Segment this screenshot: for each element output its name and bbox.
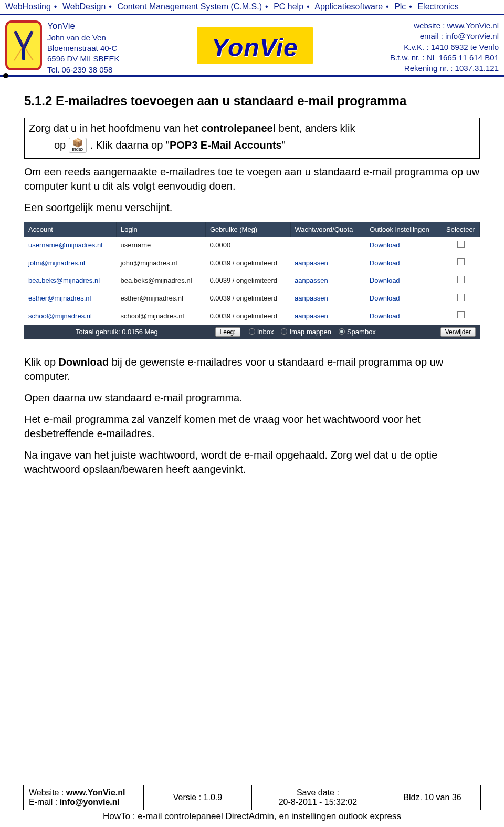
- company-name: YonVie: [47, 20, 120, 33]
- total-usage: Totaal gebruik: 0.0156 Meg: [28, 327, 158, 337]
- nav-item[interactable]: WebDesign: [62, 2, 106, 11]
- cell-checkbox[interactable]: [442, 272, 480, 290]
- paragraph: Het e-mail programma zal vanzelf komen m…: [24, 412, 480, 441]
- index-button-label: Index: [72, 147, 83, 152]
- bullet-icon: [3, 73, 8, 78]
- cell-usage: 0.0039 / ongelimiteerd: [205, 254, 290, 272]
- footer-page: Bldz. 10 van 36: [384, 785, 480, 810]
- label: E-mail :: [29, 798, 60, 807]
- col-password-quota[interactable]: Wachtwoord/Quota: [290, 222, 365, 237]
- email-accounts-table: Account Login Gebruike (Meg) Wachtwoord/…: [24, 222, 480, 325]
- nav-item[interactable]: WebHosting: [5, 2, 51, 11]
- col-usage[interactable]: Gebruike (Meg): [205, 222, 290, 237]
- cell-login: esther@mijnadres.nl: [117, 290, 206, 307]
- footer-email: info@yonvie.nl: [60, 798, 120, 807]
- email-accounts-panel: Account Login Gebruike (Meg) Wachtwoord/…: [24, 222, 480, 339]
- cell-account[interactable]: john@mijnadres.nl: [24, 254, 117, 272]
- page-number: Bldz. 10 van 36: [403, 793, 461, 802]
- instr-bold: POP3 E-Mail Accounts: [170, 139, 282, 151]
- nav-item[interactable]: Applicatiesoftware: [314, 2, 383, 11]
- cell-password[interactable]: [290, 237, 365, 254]
- logo-badge-icon: [5, 20, 42, 70]
- col-login[interactable]: Login: [117, 222, 206, 237]
- instruction-box: Zorg dat u in het hoofdmenu van het cont…: [24, 118, 480, 159]
- cube-icon: 📦: [72, 139, 83, 147]
- cell-login: username: [117, 237, 206, 254]
- table-footer: Totaal gebruik: 0.0156 Meg Leeg: InboxIm…: [24, 325, 480, 339]
- contact-block: website : www.YonVie.nl email : info@Yon…: [390, 20, 499, 74]
- footer-howto: HowTo : e-mail controlepaneel DirectAdmi…: [23, 810, 481, 822]
- cell-download[interactable]: Download: [365, 307, 442, 325]
- checkbox-icon[interactable]: [457, 311, 465, 318]
- top-nav: WebHosting• WebDesign• Content Managemen…: [0, 0, 504, 15]
- paragraph: Na ingave van het juiste wachtwoord, wor…: [24, 448, 480, 477]
- cell-download[interactable]: Download: [365, 237, 442, 254]
- cell-login: bea.beks@mijnadres.nl: [117, 272, 206, 290]
- instr-text: bent, anders klik: [276, 122, 355, 134]
- cell-login: john@mijnadres.nl: [117, 254, 206, 272]
- nav-item[interactable]: PC help: [274, 2, 303, 11]
- paragraph: Klik op Download bij de gewenste e-maila…: [24, 355, 480, 384]
- label: Versie :: [173, 793, 204, 802]
- cell-usage: 0.0039 / ongelimiteerd: [205, 272, 290, 290]
- cell-usage: 0.0000: [205, 237, 290, 254]
- cell-download[interactable]: Download: [365, 290, 442, 307]
- nav-item[interactable]: Electronics: [417, 2, 458, 11]
- cell-usage: 0.0039 / ongelimiteerd: [205, 290, 290, 307]
- page-header: YonVie John van de Ven Bloemenstraat 40-…: [0, 15, 504, 77]
- radio-icon: [249, 328, 255, 335]
- cell-password[interactable]: aanpassen: [290, 290, 365, 307]
- cell-checkbox[interactable]: [442, 254, 480, 272]
- nav-item[interactable]: Content Management System (C.M.S.): [117, 2, 262, 11]
- col-outlook[interactable]: Outlook instellingen: [365, 222, 442, 237]
- paragraph: Open daarna uw standaard e-mail programm…: [24, 391, 480, 405]
- cell-checkbox[interactable]: [442, 307, 480, 325]
- empty-button[interactable]: Leeg:: [215, 327, 240, 337]
- contact-line: B.t.w. nr. : NL 1665 11 614 B01: [390, 53, 499, 63]
- label: Website :: [29, 788, 66, 797]
- table-row: esther@mijnadres.nlesther@mijnadres.nl0.…: [24, 290, 480, 307]
- cell-password[interactable]: aanpassen: [290, 307, 365, 325]
- text: Klik op: [24, 356, 59, 368]
- delete-button[interactable]: Verwijder: [440, 327, 476, 337]
- addr-line: Tel. 06-239 38 058: [47, 65, 120, 75]
- radio-option[interactable]: Imap mappen: [281, 327, 331, 337]
- nav-item[interactable]: Plc: [394, 2, 406, 11]
- contact-line: Rekening nr. : 1037.31.121: [390, 63, 499, 74]
- cell-download[interactable]: Download: [365, 254, 442, 272]
- checkbox-icon[interactable]: [457, 276, 465, 283]
- op-label: op: [54, 138, 66, 152]
- download-bold: Download: [59, 356, 109, 368]
- radio-option[interactable]: Inbox: [249, 327, 274, 337]
- cell-login: school@mijnadres.nl: [117, 307, 206, 325]
- instr-text: Zorg dat u in het hoofdmenu van het: [29, 122, 201, 134]
- page-footer: Website : www.YonVie.nl E-mail : info@yo…: [23, 785, 481, 822]
- table-row: bea.beks@mijnadres.nlbea.beks@mijnadres.…: [24, 272, 480, 290]
- paragraph: Een soortgelijk menu verschijnt.: [24, 201, 480, 215]
- cell-password[interactable]: aanpassen: [290, 254, 365, 272]
- cell-account[interactable]: esther@mijnadres.nl: [24, 290, 117, 307]
- col-account[interactable]: Account: [24, 222, 117, 237]
- table-row: username@mijnadres.nlusername0.0000Downl…: [24, 237, 480, 254]
- radio-label: Imap mappen: [289, 327, 331, 337]
- footer-website: www.YonVie.nl: [66, 788, 125, 797]
- cell-download[interactable]: Download: [365, 272, 442, 290]
- cell-checkbox[interactable]: [442, 290, 480, 307]
- col-select[interactable]: Selecteer: [442, 222, 480, 237]
- footer-contact: Website : www.YonVie.nl E-mail : info@yo…: [24, 785, 144, 810]
- cell-account[interactable]: school@mijnadres.nl: [24, 307, 117, 325]
- table-row: school@mijnadres.nlschool@mijnadres.nl0.…: [24, 307, 480, 325]
- cell-usage: 0.0039 / ongelimiteerd: [205, 307, 290, 325]
- checkbox-icon[interactable]: [457, 258, 465, 265]
- instr-bold: controlepaneel: [201, 122, 276, 134]
- cell-account[interactable]: username@mijnadres.nl: [24, 237, 117, 254]
- index-button[interactable]: 📦 Index: [69, 138, 87, 153]
- checkbox-icon[interactable]: [457, 294, 465, 301]
- cell-password[interactable]: aanpassen: [290, 272, 365, 290]
- radio-option[interactable]: Spambox: [339, 327, 376, 337]
- cell-account[interactable]: bea.beks@mijnadres.nl: [24, 272, 117, 290]
- version-value: 1.0.9: [204, 793, 223, 802]
- contact-line: K.v.K. : 1410 6932 te Venlo: [390, 42, 499, 53]
- checkbox-icon[interactable]: [457, 241, 465, 248]
- cell-checkbox[interactable]: [442, 237, 480, 254]
